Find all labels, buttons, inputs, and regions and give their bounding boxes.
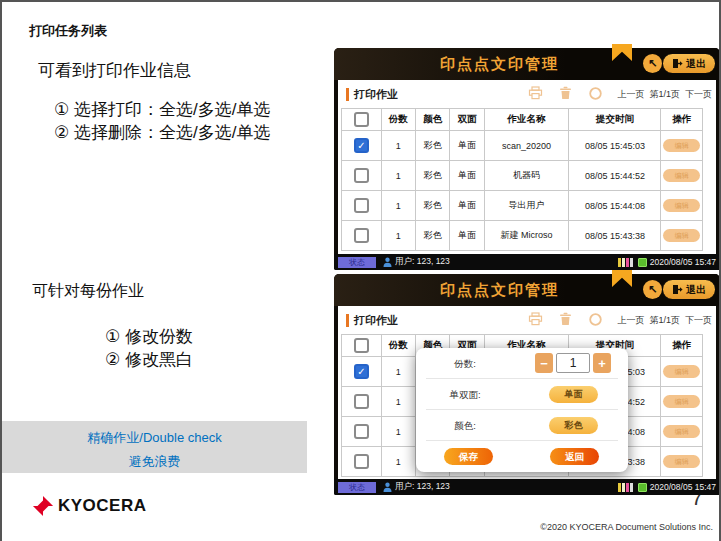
row-checkbox[interactable]: ✓	[354, 364, 369, 379]
panel-title: 打印作业	[346, 314, 398, 327]
dialog-copies-row: 份数: − +	[416, 348, 628, 379]
logged-in-user: 用户: 123, 123	[395, 481, 450, 493]
table-row: ✓1彩色单面scan_2020008/05 15:45:03编辑	[342, 131, 703, 161]
app-header: 印点点文印管理 ↖ 退出	[334, 274, 720, 306]
cell-time: 08/05 15:43:38	[569, 221, 661, 251]
status-badge: 状态	[338, 482, 376, 493]
row-checkbox[interactable]	[354, 424, 369, 439]
select-all-checkbox[interactable]	[354, 112, 369, 127]
edit-job-button[interactable]: 编辑	[663, 229, 700, 242]
edit-job-dialog: 份数: − + 单双面: 单面 颜色: 彩色 保存 返回	[416, 348, 628, 472]
jobs-toolbar: 上一页 第1/1页 下一页	[527, 86, 712, 102]
cell-name: 新建 Microso	[484, 221, 569, 251]
color-label: 颜色:	[416, 419, 514, 432]
back-circle-icon[interactable]: ↖	[643, 280, 662, 299]
jobs-toolbar: 上一页 第1/1页 下一页	[527, 312, 712, 328]
edit-job-button[interactable]: 编辑	[663, 169, 700, 182]
row-checkbox[interactable]: ✓	[354, 138, 369, 153]
prev-page-button[interactable]: 上一页	[617, 314, 644, 327]
refresh-icon[interactable]	[587, 86, 604, 102]
cell-color: 彩色	[415, 131, 449, 161]
exit-label: 退出	[686, 57, 706, 71]
header-color: 颜色	[415, 109, 449, 131]
back-button[interactable]: 返回	[550, 448, 599, 465]
cell-name: 导出用户	[484, 191, 569, 221]
user-icon	[383, 482, 392, 492]
page-indicator: 第1/1页	[649, 314, 680, 327]
status-datetime: 2020/08/05 15:47	[650, 257, 716, 267]
cell-color: 彩色	[415, 191, 449, 221]
exit-button[interactable]: 退出	[662, 53, 716, 74]
cell-duplex: 单面	[450, 221, 484, 251]
pagination: 上一页 第1/1页 下一页	[617, 88, 712, 101]
edit-job-button[interactable]: 编辑	[663, 395, 700, 408]
cell-name: 机器码	[484, 161, 569, 191]
status-ok-icon	[638, 483, 647, 492]
section1-heading: 可看到打印作业信息	[38, 59, 191, 82]
duplex-label: 单双面:	[416, 388, 514, 401]
pagination: 上一页 第1/1页 下一页	[617, 314, 712, 327]
refresh-icon[interactable]	[587, 312, 604, 328]
edit-job-button[interactable]: 编辑	[663, 455, 700, 468]
logged-in-user: 用户: 123, 123	[395, 256, 450, 268]
row-checkbox[interactable]	[354, 198, 369, 213]
copies-plus-button[interactable]: +	[593, 353, 611, 373]
row-checkbox[interactable]	[354, 228, 369, 243]
status-right: 2020/08/05 15:47	[618, 257, 716, 267]
cell-copies: 1	[381, 387, 415, 417]
printer-icon[interactable]	[527, 312, 544, 328]
panel-title: 打印作业	[346, 88, 398, 101]
exit-door-icon	[672, 58, 683, 69]
kyocera-logo-text: KYOCERA	[58, 496, 147, 516]
app-screenshot-edit-dialog: 印点点文印管理 ↖ 退出 打印作业 上一页 第1/1页 下一页	[334, 274, 720, 495]
cell-copies: 1	[381, 131, 415, 161]
duplex-toggle-button[interactable]: 单面	[549, 386, 598, 403]
header-duplex: 双面	[450, 109, 484, 131]
note-line1: 精确作业/Double check	[2, 429, 307, 447]
row-checkbox[interactable]	[354, 394, 369, 409]
copyright: ©2020 KYOCERA Document Solutions Inc.	[540, 522, 713, 532]
prev-page-button[interactable]: 上一页	[617, 88, 644, 101]
app-title: 印点点文印管理	[394, 281, 605, 300]
row-checkbox[interactable]	[354, 454, 369, 469]
note-line2: 避免浪费	[2, 453, 307, 471]
table-row: 1彩色单面新建 Microso08/05 15:43:38编辑	[342, 221, 703, 251]
cell-time: 08/05 15:44:52	[569, 161, 661, 191]
edit-job-button[interactable]: 编辑	[663, 425, 700, 438]
cell-time: 08/05 15:45:03	[569, 131, 661, 161]
table-row: 1彩色单面机器码08/05 15:44:52编辑	[342, 161, 703, 191]
next-page-button[interactable]: 下一页	[685, 314, 712, 327]
header-copies: 份数	[381, 335, 415, 357]
header-time: 提交时间	[569, 109, 661, 131]
next-page-button[interactable]: 下一页	[685, 88, 712, 101]
trash-icon[interactable]	[557, 86, 574, 102]
trash-icon[interactable]	[557, 312, 574, 328]
header-action: 操作	[661, 335, 703, 357]
jobs-panel: 打印作业 上一页 第1/1页 下一页 份数 颜色	[338, 80, 716, 254]
status-datetime: 2020/08/05 15:47	[650, 482, 716, 492]
app-screenshot-job-list: 印点点文印管理 ↖ 退出 打印作业 上一页 第1/1页 下一页	[334, 48, 720, 270]
kyocera-logo: KYOCERA	[32, 495, 147, 517]
header-name: 作业名称	[484, 109, 569, 131]
edit-job-button[interactable]: 编辑	[663, 199, 700, 212]
header-copies: 份数	[381, 109, 415, 131]
jobs-panel: 打印作业 上一页 第1/1页 下一页 份数 颜色	[338, 306, 716, 479]
copies-minus-button[interactable]: −	[535, 353, 553, 373]
back-circle-icon[interactable]: ↖	[643, 54, 662, 73]
edit-job-button[interactable]: 编辑	[663, 139, 700, 152]
select-all-checkbox[interactable]	[354, 338, 369, 353]
kyocera-logo-icon	[32, 495, 54, 517]
printer-icon[interactable]	[527, 86, 544, 102]
copies-input[interactable]	[556, 353, 590, 373]
row-checkbox[interactable]	[354, 168, 369, 183]
exit-button[interactable]: 退出	[662, 279, 716, 300]
page-title: 打印任务列表	[29, 22, 107, 40]
cell-copies: 1	[381, 357, 415, 387]
color-toggle-button[interactable]: 彩色	[549, 417, 598, 434]
exit-label: 退出	[686, 283, 706, 297]
edit-job-button[interactable]: 编辑	[663, 365, 700, 378]
cell-copies: 1	[381, 221, 415, 251]
copies-label: 份数:	[416, 357, 514, 370]
save-button[interactable]: 保存	[444, 448, 493, 465]
app-header: 印点点文印管理 ↖ 退出	[334, 48, 720, 80]
